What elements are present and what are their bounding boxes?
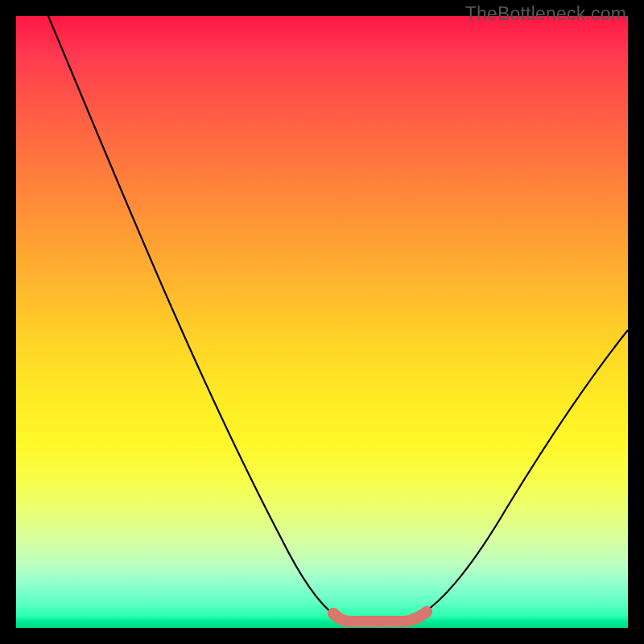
watermark-text: TheBottleneck.com xyxy=(465,3,626,25)
chart-frame: TheBottleneck.com xyxy=(0,0,644,644)
highlight-end-right xyxy=(421,606,432,617)
gradient-plot-area xyxy=(16,16,628,628)
bottleneck-curve xyxy=(48,16,628,620)
highlight-dot xyxy=(347,617,356,626)
highlight-dot xyxy=(395,617,404,626)
highlight-dot xyxy=(363,618,372,627)
highlight-dot xyxy=(410,614,419,623)
curve-layer xyxy=(16,16,628,628)
bottleneck-highlight xyxy=(333,612,427,621)
highlight-end-left xyxy=(328,608,339,619)
highlight-dot xyxy=(379,618,388,627)
